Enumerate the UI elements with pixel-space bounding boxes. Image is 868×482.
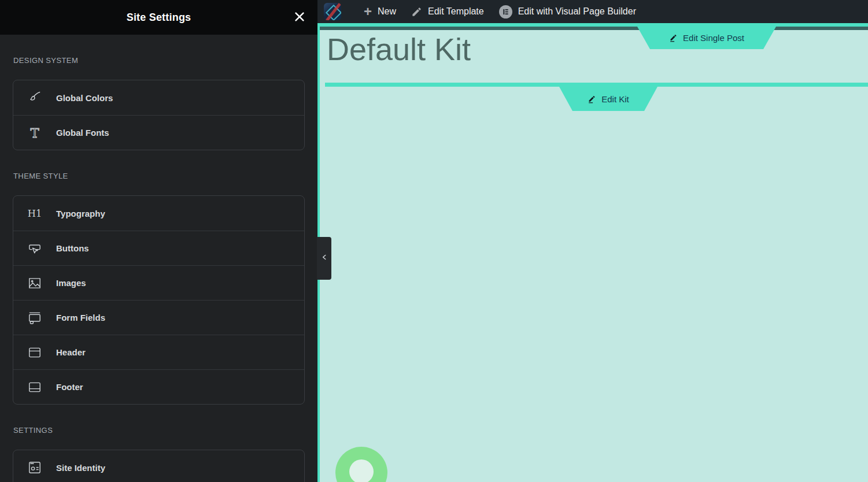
footer-icon — [27, 380, 42, 395]
close-button[interactable] — [292, 10, 307, 25]
edit-pencil-icon — [588, 95, 596, 103]
brush-icon — [27, 90, 42, 105]
panel-header: Site Settings — [0, 0, 317, 35]
site-identity-icon — [27, 460, 42, 475]
settings-item-footer[interactable]: Footer — [13, 369, 304, 404]
settings-item-typography[interactable]: H1 Typography — [13, 196, 304, 231]
screen: Site Settings DESIGN SYSTEM Global — [0, 0, 868, 482]
edit-kit-label: Edit Kit — [601, 94, 629, 104]
plus-icon: + — [364, 6, 372, 17]
template-boundary-line — [320, 27, 868, 30]
panel-collapse-handle[interactable] — [317, 237, 331, 280]
page-preview-canvas: Edit Single Post Default Kit Edit Kit — [317, 23, 868, 482]
panel-title: Site Settings — [127, 12, 191, 24]
button-cursor-icon — [27, 241, 42, 256]
avatar-head — [349, 459, 374, 482]
panel-body: DESIGN SYSTEM Global Colors T — [0, 57, 317, 482]
design-system-group: Global Colors T Global Fonts — [13, 80, 305, 150]
settings-item-site-identity[interactable]: Site Identity — [13, 450, 304, 482]
edit-template-label: Edit Template — [428, 6, 484, 17]
edit-single-post-button[interactable]: Edit Single Post — [637, 27, 776, 49]
admin-bar: + New Edit Template Edit wi — [317, 0, 868, 23]
admin-bar-edit-template-menu[interactable]: Edit Template — [411, 6, 484, 17]
image-icon — [27, 276, 42, 291]
kit-boundary-line — [325, 83, 868, 87]
kit-heading: Default Kit — [327, 31, 471, 67]
settings-item-label: Global Colors — [56, 93, 113, 103]
settings-item-global-fonts[interactable]: T Global Fonts — [13, 115, 304, 150]
settings-item-label: Images — [56, 278, 86, 288]
section-label-design-system: DESIGN SYSTEM — [13, 57, 304, 65]
elementor-icon — [499, 5, 512, 18]
settings-item-label: Form Fields — [56, 313, 105, 322]
admin-bar-visual-builder-menu[interactable]: Edit with Visual Page Builder — [499, 5, 636, 18]
chevron-left-icon — [320, 253, 328, 264]
edit-pencil-icon — [669, 34, 678, 42]
settings-item-form-fields[interactable]: Form Fields — [13, 300, 304, 335]
settings-group: Site Identity — [13, 450, 305, 482]
typography-h1-icon: H1 — [27, 206, 42, 221]
visual-builder-label: Edit with Visual Page Builder — [518, 6, 636, 17]
font-icon: T — [27, 125, 42, 140]
section-label-settings: SETTINGS — [13, 427, 304, 435]
avatar — [335, 447, 387, 482]
new-menu-label: New — [378, 6, 396, 17]
svg-text:T: T — [30, 125, 39, 140]
svg-text:H1: H1 — [28, 208, 42, 219]
admin-bar-new-menu[interactable]: + New — [364, 6, 396, 17]
settings-item-label: Header — [56, 347, 86, 357]
site-logo-icon[interactable] — [324, 3, 341, 20]
settings-item-label: Buttons — [56, 243, 89, 253]
settings-item-buttons[interactable]: Buttons — [13, 231, 304, 265]
site-settings-panel: Site Settings DESIGN SYSTEM Global — [0, 0, 317, 482]
form-field-icon — [27, 310, 42, 325]
pencil-icon — [411, 6, 422, 17]
section-label-theme-style: THEME STYLE — [13, 172, 304, 180]
settings-item-label: Typography — [56, 209, 105, 218]
settings-item-header[interactable]: Header — [13, 335, 304, 369]
settings-item-global-colors[interactable]: Global Colors — [13, 80, 304, 115]
theme-style-group: H1 Typography Buttons — [13, 195, 305, 405]
preview-area: + New Edit Template Edit wi — [317, 0, 868, 482]
header-icon — [27, 345, 42, 360]
close-icon — [293, 10, 306, 25]
settings-item-label: Footer — [56, 382, 83, 392]
settings-item-label: Global Fonts — [56, 128, 109, 138]
edit-kit-button[interactable]: Edit Kit — [559, 87, 658, 111]
edit-single-post-label: Edit Single Post — [683, 33, 744, 43]
settings-item-images[interactable]: Images — [13, 265, 304, 300]
settings-item-label: Site Identity — [56, 463, 105, 473]
